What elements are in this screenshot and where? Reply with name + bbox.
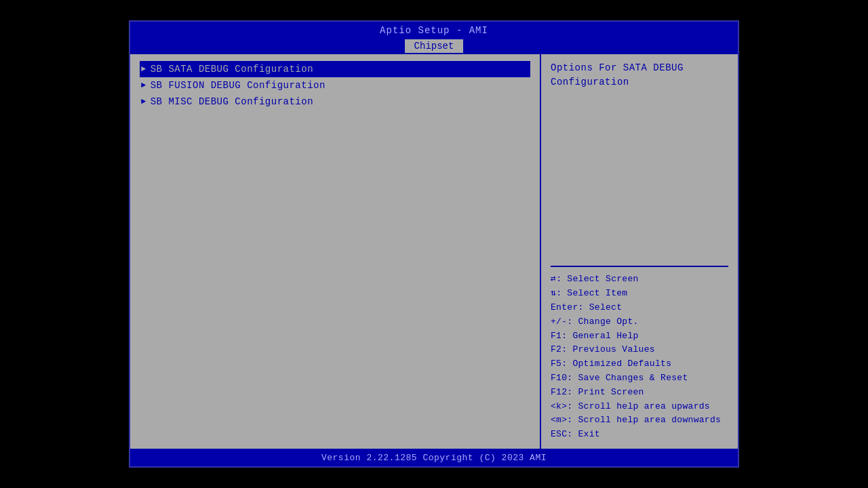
shortcut-select-screen: ⇄: Select Screen [551, 272, 728, 287]
arrow-icon-misc: ► [141, 97, 146, 106]
help-text: Options For SATA DEBUG Configuration [551, 61, 728, 89]
shortcut-f12: F12: Print Screen [551, 386, 728, 400]
shortcut-f2: F2: Previous Values [551, 343, 728, 357]
main-content: ► SB SATA DEBUG Configuration ► SB FUSIO… [130, 54, 738, 449]
footer-text: Version 2.22.1285 Copyright (C) 2023 AMI [321, 453, 547, 463]
menu-item-misc[interactable]: ► SB MISC DEBUG Configuration [140, 94, 530, 110]
shortcut-change-opt: +/-: Change Opt. [551, 315, 728, 329]
shortcut-f1: F1: General Help [551, 329, 728, 344]
left-panel: ► SB SATA DEBUG Configuration ► SB FUSIO… [130, 54, 541, 449]
shortcut-select-item: ⇅: Select Item [551, 287, 728, 301]
shortcut-esc: ESC: Exit [551, 428, 728, 442]
header-bar: Aptio Setup - AMI [130, 22, 738, 39]
shortcut-k: <k>: Scroll help area upwards [551, 400, 728, 414]
tab-bar: Chipset [130, 39, 738, 54]
header-title: Aptio Setup - AMI [380, 25, 488, 36]
divider [551, 266, 728, 267]
shortcut-enter: Enter: Select [551, 301, 728, 315]
shortcut-f10: F10: Save Changes & Reset [551, 371, 728, 386]
footer-bar: Version 2.22.1285 Copyright (C) 2023 AMI [130, 449, 738, 466]
shortcuts-list: ⇄: Select Screen ⇅: Select Item Enter: S… [551, 272, 728, 442]
arrow-icon-fusion: ► [141, 81, 146, 90]
menu-item-fusion[interactable]: ► SB FUSION DEBUG Configuration [140, 77, 530, 94]
menu-item-sata[interactable]: ► SB SATA DEBUG Configuration [140, 61, 530, 77]
tab-chipset[interactable]: Chipset [405, 39, 464, 53]
bios-window: Aptio Setup - AMI Chipset ► SB SATA DEBU… [129, 20, 739, 468]
shortcut-f5: F5: Optimized Defaults [551, 357, 728, 371]
shortcut-m: <m>: Scroll help area downwards [551, 413, 728, 428]
arrow-icon-sata: ► [141, 64, 146, 74]
right-panel: Options For SATA DEBUG Configuration ⇄: … [541, 54, 738, 449]
